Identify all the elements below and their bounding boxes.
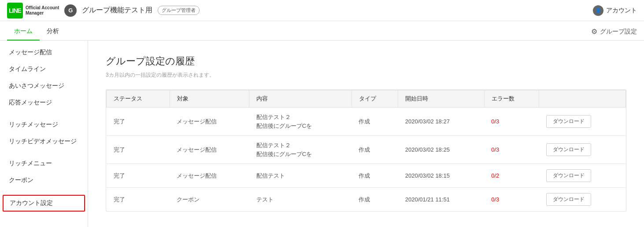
col-type: タイプ <box>352 90 398 108</box>
page-subtitle: 3カ月以内の一括設定の履歴が表示されます。 <box>106 71 626 79</box>
download-button[interactable]: ダウンロード <box>546 115 591 128</box>
sidebar-item-response-message[interactable]: 応答メッセージ <box>0 94 88 111</box>
download-button[interactable]: ダウンロード <box>546 143 591 156</box>
sidebar-item-account-settings[interactable]: アカウント設定 <box>3 195 85 212</box>
main-content: グループ設定の履歴 3カ月以内の一括設定の履歴が表示されます。 ステータス 対象… <box>88 41 644 227</box>
sidebar-divider-2 <box>0 150 88 155</box>
group-icon: G <box>64 4 77 17</box>
cell-action: ダウンロード <box>539 164 626 188</box>
cell-content: 配信テスト２配信後にグループCを <box>249 108 352 136</box>
col-target: 対象 <box>170 90 249 108</box>
cell-error-count: 0/3 <box>484 136 539 164</box>
table-header-row: ステータス 対象 内容 タイプ 開始日時 エラー数 <box>107 90 626 108</box>
table-row: 完了 メッセージ配信 配信テスト２配信後にグループCを 作成 2020/03/0… <box>107 108 626 136</box>
sidebar-item-rich-message[interactable]: リッチメッセージ <box>0 116 88 133</box>
col-error-count: エラー数 <box>484 90 539 108</box>
cell-start-datetime: 2020/03/02 18:25 <box>398 136 484 164</box>
col-action <box>539 90 626 108</box>
cell-content: 配信テスト <box>249 164 352 188</box>
cell-content: テスト <box>249 188 352 212</box>
cell-start-datetime: 2020/03/02 18:27 <box>398 108 484 136</box>
tab-home[interactable]: ホーム <box>7 23 40 41</box>
cell-start-datetime: 2020/03/02 18:15 <box>398 164 484 188</box>
sidebar: メッセージ配信 タイムライン あいさつメッセージ 応答メッセージ リッチメッセー… <box>0 41 88 227</box>
cell-target: メッセージ配信 <box>170 136 249 164</box>
gear-icon: ⚙ <box>591 27 597 36</box>
account-label[interactable]: アカウント <box>606 7 637 15</box>
line-logo: LINE Official AccountManager <box>7 3 59 19</box>
cell-status: 完了 <box>107 188 170 212</box>
account-icon: 👤 <box>593 5 603 16</box>
sidebar-item-rich-menu[interactable]: リッチメニュー <box>0 155 88 172</box>
cell-status: 完了 <box>107 136 170 164</box>
group-badge: グループ管理者 <box>158 6 200 15</box>
cell-action: ダウンロード <box>539 136 626 164</box>
history-table-wrapper: ステータス 対象 内容 タイプ 開始日時 エラー数 完了 メッセージ配信 配信テ… <box>106 89 626 212</box>
cell-content: 配信テスト２配信後にグループCを <box>249 136 352 164</box>
group-name: グループ機能テスト用 <box>82 6 152 15</box>
cell-type: 作成 <box>352 136 398 164</box>
cell-error-count: 0/3 <box>484 108 539 136</box>
sidebar-item-greeting-message[interactable]: あいさつメッセージ <box>0 78 88 94</box>
sidebar-divider-3 <box>0 189 88 194</box>
sidebar-divider-1 <box>0 111 88 116</box>
download-button[interactable]: ダウンロード <box>546 169 591 182</box>
cell-action: ダウンロード <box>539 108 626 136</box>
history-table: ステータス 対象 内容 タイプ 開始日時 エラー数 完了 メッセージ配信 配信テ… <box>106 90 626 211</box>
header: LINE Official AccountManager G グループ機能テスト… <box>0 0 644 21</box>
cell-error-count: 0/2 <box>484 164 539 188</box>
cell-type: 作成 <box>352 164 398 188</box>
line-logo-text: Official AccountManager <box>26 5 59 16</box>
sidebar-item-rich-video-message[interactable]: リッチビデオメッセージ <box>0 133 88 150</box>
tab-analysis[interactable]: 分析 <box>40 23 66 41</box>
sidebar-item-coupon[interactable]: クーポン <box>0 172 88 189</box>
sidebar-item-message-delivery[interactable]: メッセージ配信 <box>0 44 88 61</box>
col-content: 内容 <box>249 90 352 108</box>
cell-status: 完了 <box>107 108 170 136</box>
download-button[interactable]: ダウンロード <box>546 193 591 206</box>
cell-action: ダウンロード <box>539 188 626 212</box>
cell-target: メッセージ配信 <box>170 164 249 188</box>
col-status: ステータス <box>107 90 170 108</box>
cell-target: クーポン <box>170 188 249 212</box>
cell-target: メッセージ配信 <box>170 108 249 136</box>
page-title: グループ設定の履歴 <box>106 55 626 68</box>
table-row: 完了 メッセージ配信 配信テスト 作成 2020/03/02 18:15 0/2… <box>107 164 626 188</box>
group-settings-label: グループ設定 <box>600 28 637 36</box>
header-right: 👤 アカウント <box>593 5 637 16</box>
cell-error-count: 0/3 <box>484 188 539 212</box>
group-settings-link[interactable]: ⚙ グループ設定 <box>591 27 637 36</box>
cell-start-datetime: 2020/01/21 11:51 <box>398 188 484 212</box>
header-left: LINE Official AccountManager G グループ機能テスト… <box>7 3 593 19</box>
cell-status: 完了 <box>107 164 170 188</box>
table-row: 完了 クーポン テスト 作成 2020/01/21 11:51 0/3 ダウンロ… <box>107 188 626 212</box>
line-logo-icon: LINE <box>7 3 23 19</box>
col-start-datetime: 開始日時 <box>398 90 484 108</box>
cell-type: 作成 <box>352 188 398 212</box>
sidebar-item-timeline[interactable]: タイムライン <box>0 61 88 78</box>
cell-type: 作成 <box>352 108 398 136</box>
nav-tabs: ホーム 分析 ⚙ グループ設定 <box>0 21 644 41</box>
layout: メッセージ配信 タイムライン あいさつメッセージ 応答メッセージ リッチメッセー… <box>0 41 644 227</box>
table-row: 完了 メッセージ配信 配信テスト２配信後にグループCを 作成 2020/03/0… <box>107 136 626 164</box>
